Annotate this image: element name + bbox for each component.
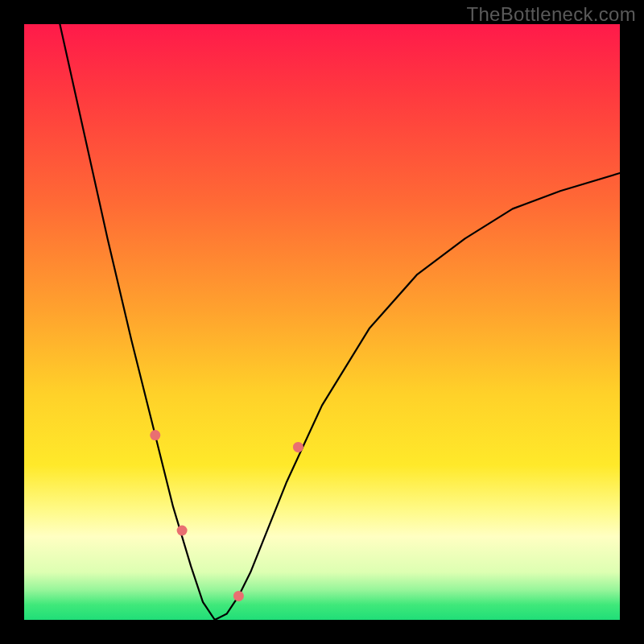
marker-dot bbox=[177, 526, 188, 536]
watermark-text: TheBottleneck.com bbox=[466, 3, 636, 26]
marker-dot bbox=[233, 591, 244, 601]
chart-overlay-svg bbox=[24, 24, 620, 620]
plot-frame bbox=[24, 24, 620, 620]
chart-container: TheBottleneck.com bbox=[0, 0, 644, 644]
bottleneck-curve bbox=[60, 24, 620, 620]
marker-pill bbox=[164, 465, 173, 501]
marker-dot bbox=[293, 442, 303, 452]
marker-dot bbox=[150, 430, 160, 440]
marker-group bbox=[150, 430, 303, 620]
